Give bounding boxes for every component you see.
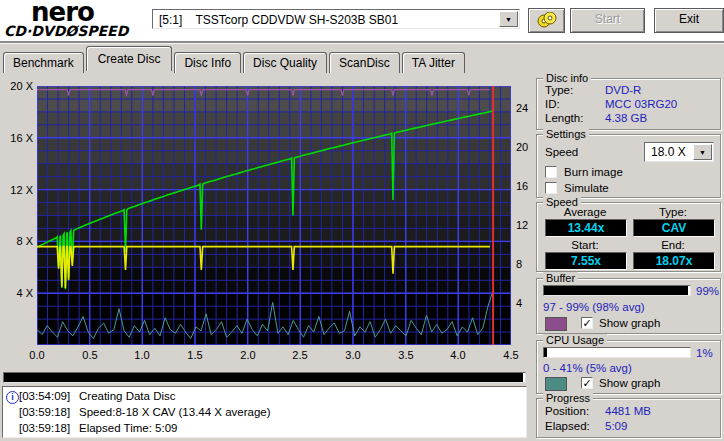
y-axis-tick-right: 4 (516, 297, 534, 309)
tab-bar: BenchmarkCreate DiscDisc InfoDisc Qualit… (3, 46, 467, 70)
y-axis-tick-left: 16 X (2, 132, 33, 144)
log-entry: [03:59:18]Elapsed Time: 5:09 (3, 421, 526, 437)
burn-progress-fill (4, 373, 523, 382)
x-axis-tick: 1.0 (127, 349, 157, 361)
y-axis-tick-right: 24 (516, 102, 534, 114)
speed-setting-label: Speed (545, 146, 578, 158)
disc-length-label: Length: (545, 112, 583, 124)
disc-id-label: ID: (545, 98, 560, 110)
cpu-range: 0 - 41% (5% avg) (543, 362, 632, 374)
tab-benchmark[interactable]: Benchmark (3, 52, 84, 73)
speed-group: Speed Average Type: 13.44x CAV Start: En… (536, 202, 721, 272)
type-label: Type: (633, 206, 713, 218)
progress-group: Progress Position: 4481 MB Elapsed: 5:09 (536, 398, 721, 438)
cpu-show-graph-checkbox[interactable]: ✓ (581, 377, 593, 389)
info-icon: i (6, 391, 19, 404)
disc-length-value: 4.38 GB (605, 112, 647, 124)
cpu-show-graph-label: Show graph (599, 377, 660, 389)
x-axis-tick: 4.0 (443, 349, 473, 361)
buffer-range: 97 - 99% (98% avg) (543, 301, 645, 313)
tab-scandisc[interactable]: ScanDisc (329, 52, 400, 73)
tab-create-disc[interactable]: Create Disc (86, 46, 173, 71)
app-window: nero CD·DVDØSPEED [5:1] TSSTcorp CDDVDW … (0, 0, 724, 441)
y-axis-tick-right: 8 (516, 258, 534, 270)
tab-disc-quality[interactable]: Disc Quality (243, 52, 327, 73)
drive-selector-value: [5:1] TSSTcorp CDDVDW SH-S203B SB01 (159, 13, 398, 27)
buffer-level-bar (543, 285, 691, 296)
cpu-usage-fill (544, 348, 547, 357)
burn-progress-bar (3, 372, 526, 383)
chevron-down-icon[interactable]: ▼ (499, 11, 518, 27)
y-axis-tick-left: 12 X (2, 184, 33, 196)
cpu-color-swatch (545, 377, 567, 391)
cpu-percent: 1% (696, 347, 713, 359)
exit-button[interactable]: Exit (654, 8, 724, 33)
settings-title: Settings (543, 128, 589, 140)
buffer-percent: 99% (696, 285, 719, 297)
x-axis-tick: 0.5 (75, 349, 105, 361)
disc-type-value: DVD-R (605, 84, 641, 96)
position-label: Position: (545, 405, 589, 417)
start-button[interactable]: Start (570, 8, 645, 33)
disc-info-group: Disc info Type: DVD-R ID: MCC 03RG20 Len… (536, 78, 721, 130)
speed-select[interactable]: 18.0 X ▼ (644, 142, 714, 162)
average-speed-display: 13.44x (545, 219, 627, 237)
buffer-title: Buffer (543, 272, 578, 284)
log-entry: [03:59:18]Speed:8-18 X CAV (13.44 X aver… (3, 405, 526, 421)
status-log: i[03:54:09]Creating Data Disc[03:59:18]S… (2, 386, 527, 438)
x-axis-tick: 1.5 (180, 349, 210, 361)
progress-title: Progress (543, 392, 593, 404)
position-value: 4481 MB (605, 405, 651, 417)
nero-logo-word: nero (31, 1, 128, 23)
y-axis-tick-left: 4 X (2, 287, 33, 299)
y-axis-tick-left: 8 X (2, 235, 33, 247)
burn-speed-chart: 20 X16 X12 X8 X4 X24201612840.00.51.01.5… (0, 78, 535, 370)
chevron-down-icon[interactable]: ▼ (693, 144, 712, 160)
simulate-checkbox[interactable] (545, 182, 557, 194)
buffer-show-graph-label: Show graph (599, 317, 660, 329)
y-axis-tick-right: 20 (516, 141, 534, 153)
log-text: Creating Data Disc (79, 390, 176, 402)
discs-icon (536, 12, 558, 28)
buffer-level-fill (544, 286, 688, 295)
log-entry: i[03:54:09]Creating Data Disc (3, 389, 526, 405)
log-time: [03:54:09] (19, 390, 70, 402)
x-axis-tick: 3.5 (391, 349, 421, 361)
cpu-usage-bar (543, 347, 691, 358)
disc-id-value: MCC 03RG20 (605, 98, 677, 110)
x-axis-tick: 4.5 (496, 349, 526, 361)
disc-type-label: Type: (545, 84, 573, 96)
x-axis-tick: 3.0 (338, 349, 368, 361)
y-axis-tick-right: 16 (516, 180, 534, 192)
log-time: [03:59:18] (19, 422, 70, 434)
buffer-show-graph-checkbox[interactable]: ✓ (581, 317, 593, 329)
x-axis-tick: 0.0 (22, 349, 52, 361)
nero-logo: nero CD·DVDØSPEED (4, 1, 128, 39)
toolbar-divider (0, 41, 724, 44)
elapsed-value: 5:09 (605, 420, 627, 432)
y-axis-tick-right: 12 (516, 219, 534, 231)
cpu-group: CPU Usage 1% 0 - 41% (5% avg) ✓ Show gra… (536, 340, 721, 394)
start-speed-display: 7.55x (545, 252, 627, 270)
cpu-title: CPU Usage (543, 334, 607, 346)
buffer-group: Buffer 99% 97 - 99% (98% avg) ✓ Show gra… (536, 278, 721, 334)
burn-image-label: Burn image (564, 166, 623, 178)
burn-image-checkbox[interactable] (545, 166, 557, 178)
chart-plot-area (37, 86, 511, 345)
buffer-color-swatch (545, 317, 567, 331)
start-label: Start: (545, 239, 625, 251)
x-axis-tick: 2.0 (233, 349, 263, 361)
drive-selector[interactable]: [5:1] TSSTcorp CDDVDW SH-S203B SB01 ▼ (152, 9, 520, 29)
disc-info-title: Disc info (543, 72, 591, 84)
burn-disc-button[interactable] (528, 8, 565, 33)
end-label: End: (633, 239, 713, 251)
log-text: Speed:8-18 X CAV (13.44 X average) (79, 406, 271, 418)
tab-disc-info[interactable]: Disc Info (174, 52, 241, 73)
x-axis-tick: 2.5 (285, 349, 315, 361)
settings-group: Settings Speed 18.0 X ▼ Burn image Simul… (536, 134, 721, 198)
log-time: [03:59:18] (19, 406, 70, 418)
tab-ta-jitter[interactable]: TA Jitter (402, 52, 465, 73)
end-speed-display: 18.07x (633, 252, 715, 270)
average-label: Average (545, 206, 625, 218)
log-text: Elapsed Time: 5:09 (79, 422, 177, 434)
